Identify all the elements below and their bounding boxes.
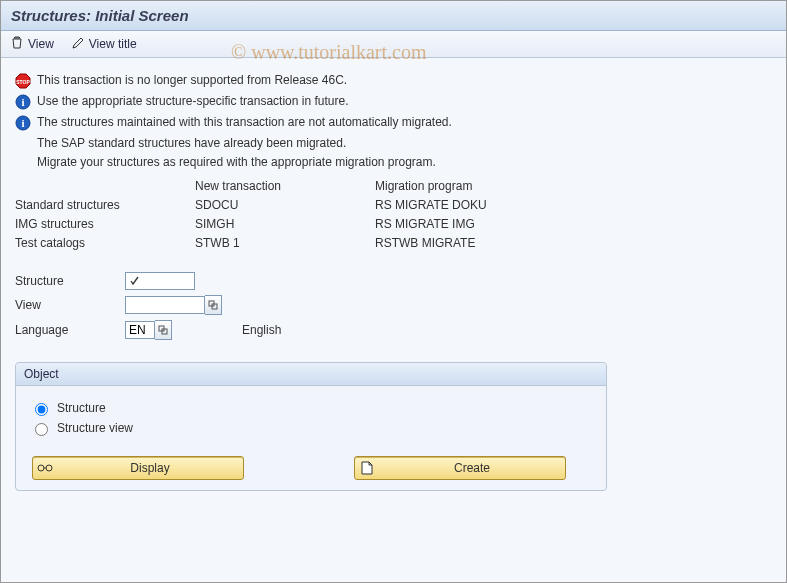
col-hdr-new-tx: New transaction xyxy=(195,179,375,193)
message-row: i Use the appropriate structure-specific… xyxy=(15,94,772,110)
view-input[interactable] xyxy=(125,296,205,314)
content-area: STOP This transaction is no longer suppo… xyxy=(1,58,786,501)
message-text: The SAP standard structures have already… xyxy=(37,136,346,150)
required-checkmark-icon xyxy=(130,276,140,286)
message-text: The structures maintained with this tran… xyxy=(37,115,452,129)
message-row: STOP This transaction is no longer suppo… xyxy=(15,73,772,89)
message-text: Use the appropriate structure-specific t… xyxy=(37,94,348,108)
message-text: This transaction is no longer supported … xyxy=(37,73,347,87)
search-help-icon xyxy=(208,300,218,310)
window-title: Structures: Initial Screen xyxy=(1,1,786,31)
radio-structure-label: Structure xyxy=(57,401,106,415)
create-button-label: Create xyxy=(379,461,565,475)
row-prog: RSTWB MIGRATE xyxy=(375,236,575,250)
reference-table: New transaction Migration program Standa… xyxy=(15,179,772,250)
info-icon: i xyxy=(15,115,31,131)
message-row: i The structures maintained with this tr… xyxy=(15,115,772,131)
svg-point-11 xyxy=(46,465,52,471)
view-search-help-button[interactable] xyxy=(205,295,222,315)
language-search-help-button[interactable] xyxy=(155,320,172,340)
message-row: Migrate your structures as required with… xyxy=(15,155,772,169)
radio-structure-view-label: Structure view xyxy=(57,421,133,435)
radio-structure-view-input[interactable] xyxy=(35,423,48,436)
svg-text:i: i xyxy=(21,117,24,129)
toolbar-view-button[interactable]: View xyxy=(11,36,54,52)
pencil-icon xyxy=(72,37,84,52)
table-header-row: New transaction Migration program xyxy=(15,179,772,193)
table-row: IMG structures SIMGH RS MIGRATE IMG xyxy=(15,217,772,231)
message-row: The SAP standard structures have already… xyxy=(15,136,772,150)
language-label: Language xyxy=(15,323,125,337)
create-button[interactable]: Create xyxy=(354,456,566,480)
row-label: Standard structures xyxy=(15,198,195,212)
display-button[interactable]: Display xyxy=(32,456,244,480)
row-prog: RS MIGRATE DOKU xyxy=(375,198,575,212)
table-row: Test catalogs STWB 1 RSTWB MIGRATE xyxy=(15,236,772,250)
new-page-icon xyxy=(355,461,379,475)
svg-text:i: i xyxy=(21,96,24,108)
toolbar: View View title xyxy=(1,31,786,58)
table-row: Standard structures SDOCU RS MIGRATE DOK… xyxy=(15,198,772,212)
language-text: English xyxy=(242,323,281,337)
radio-structure-view[interactable]: Structure view xyxy=(30,420,592,436)
toolbar-view-title-button[interactable]: View title xyxy=(72,37,137,52)
row-tx: STWB 1 xyxy=(195,236,375,250)
object-group: Object Structure Structure view Display xyxy=(15,362,607,491)
language-input[interactable] xyxy=(125,321,155,339)
row-label: Test catalogs xyxy=(15,236,195,250)
structure-label: Structure xyxy=(15,274,125,288)
display-button-label: Display xyxy=(57,461,243,475)
toolbar-view-title-label: View title xyxy=(89,37,137,51)
row-label: IMG structures xyxy=(15,217,195,231)
input-form: Structure View Language xyxy=(15,272,772,340)
info-icon: i xyxy=(15,94,31,110)
row-tx: SIMGH xyxy=(195,217,375,231)
trash-icon xyxy=(11,36,23,52)
row-tx: SDOCU xyxy=(195,198,375,212)
svg-point-10 xyxy=(38,465,44,471)
col-hdr-mig-prog: Migration program xyxy=(375,179,575,193)
svg-text:STOP: STOP xyxy=(16,79,30,85)
stop-icon: STOP xyxy=(15,73,31,89)
radio-structure-input[interactable] xyxy=(35,403,48,416)
radio-structure[interactable]: Structure xyxy=(30,400,592,416)
view-label: View xyxy=(15,298,125,312)
message-text: Migrate your structures as required with… xyxy=(37,155,436,169)
search-help-icon xyxy=(158,325,168,335)
row-prog: RS MIGRATE IMG xyxy=(375,217,575,231)
object-group-title: Object xyxy=(16,363,606,386)
toolbar-view-label: View xyxy=(28,37,54,51)
glasses-icon xyxy=(33,463,57,473)
